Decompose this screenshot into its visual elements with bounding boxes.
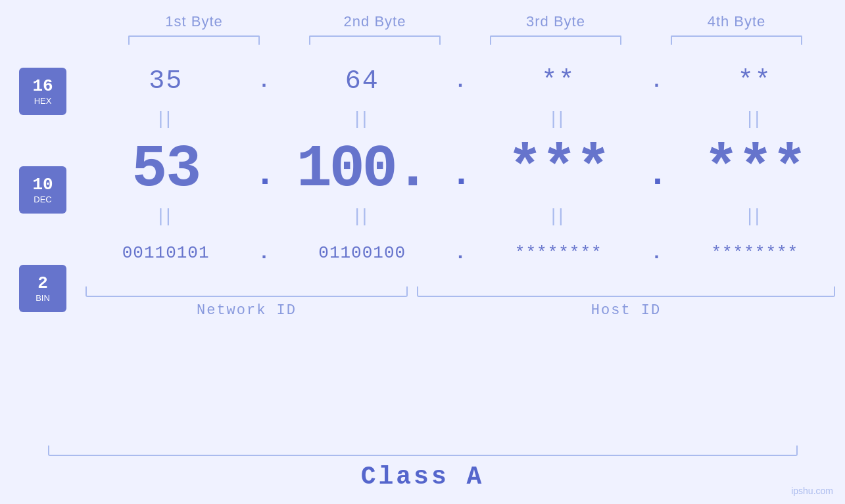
byte2-header: 2nd Byte xyxy=(302,13,447,30)
dec-badge: 10 DEC xyxy=(19,166,66,214)
hex-label: HEX xyxy=(34,96,52,106)
bin-number: 2 xyxy=(37,274,48,293)
hex-row: 35 . 64 . ** . ** xyxy=(85,57,835,106)
eq2-b1: || xyxy=(93,205,238,226)
dot-bin-3: . xyxy=(647,243,667,263)
byte-headers: 1st Byte 2nd Byte 3rd Byte 4th Byte xyxy=(104,13,827,30)
dec-b3: *** xyxy=(486,136,631,203)
byte1-header: 1st Byte xyxy=(122,13,266,30)
dec-number: 10 xyxy=(32,175,53,195)
bracket-byte2 xyxy=(309,35,441,45)
dot-dec-1: . xyxy=(254,154,274,203)
bin-b4: ******** xyxy=(683,243,827,263)
bottom-bracket-section: Network ID Host ID xyxy=(85,283,835,319)
network-id-label: Network ID xyxy=(85,302,408,319)
bottom-brackets xyxy=(85,283,835,297)
bracket-byte1 xyxy=(128,35,260,45)
eq1-b2: || xyxy=(290,108,435,129)
dec-b2: 100. xyxy=(290,136,435,203)
bin-b1: 00110101 xyxy=(93,243,238,263)
bin-b3: ******** xyxy=(486,243,631,263)
bracket-byte4 xyxy=(671,35,802,45)
dec-b4: *** xyxy=(683,136,827,203)
dot-hex-3: . xyxy=(647,72,667,91)
equals-row-1: || || || || xyxy=(85,106,835,131)
hex-b1: 35 xyxy=(93,66,238,96)
bin-label: BIN xyxy=(36,293,50,303)
values-area: 35 . 64 . ** . ** || || || || 53 xyxy=(85,51,835,438)
dot-dec-3: . xyxy=(647,154,667,203)
bin-row: 00110101 . 01100100 . ******** . *******… xyxy=(85,228,835,277)
bracket-byte3 xyxy=(490,35,621,45)
dot-dec-2: . xyxy=(450,154,470,203)
base-labels-column: 16 HEX 10 DEC 2 BIN xyxy=(0,51,85,438)
network-bracket xyxy=(85,286,408,297)
byte3-header: 3rd Byte xyxy=(483,13,628,30)
eq2-b4: || xyxy=(683,205,827,226)
dec-label: DEC xyxy=(34,195,51,204)
hex-b2: 64 xyxy=(290,66,435,96)
dot-bin-2: . xyxy=(450,243,470,263)
dec-row: 53 . 100. . *** . *** xyxy=(85,131,835,203)
hex-b3: ** xyxy=(486,66,631,96)
hex-number: 16 xyxy=(32,77,53,96)
eq2-b3: || xyxy=(486,205,631,226)
class-bracket xyxy=(48,446,798,456)
dot-hex-2: . xyxy=(450,72,470,91)
eq2-b2: || xyxy=(290,205,435,226)
host-id-label: Host ID xyxy=(417,302,835,319)
id-labels-row: Network ID Host ID xyxy=(85,302,835,319)
eq1-b1: || xyxy=(93,108,238,129)
class-label: Class A xyxy=(361,463,485,491)
equals-row-2: || || || || xyxy=(85,203,835,228)
hex-b4: ** xyxy=(683,66,827,96)
watermark: ipshu.com xyxy=(791,486,833,496)
dot-hex-1: . xyxy=(254,72,274,91)
bin-b2: 01100100 xyxy=(290,243,435,263)
host-bracket xyxy=(417,286,835,297)
eq1-b4: || xyxy=(683,108,827,129)
main-container: 1st Byte 2nd Byte 3rd Byte 4th Byte 16 H… xyxy=(0,0,845,504)
dec-b1: 53 xyxy=(93,136,238,203)
byte4-header: 4th Byte xyxy=(664,13,809,30)
dot-bin-1: . xyxy=(254,243,274,263)
top-bracket-row xyxy=(104,35,827,45)
eq1-b3: || xyxy=(486,108,631,129)
bin-badge: 2 BIN xyxy=(19,265,66,312)
hex-badge: 16 HEX xyxy=(19,68,66,115)
